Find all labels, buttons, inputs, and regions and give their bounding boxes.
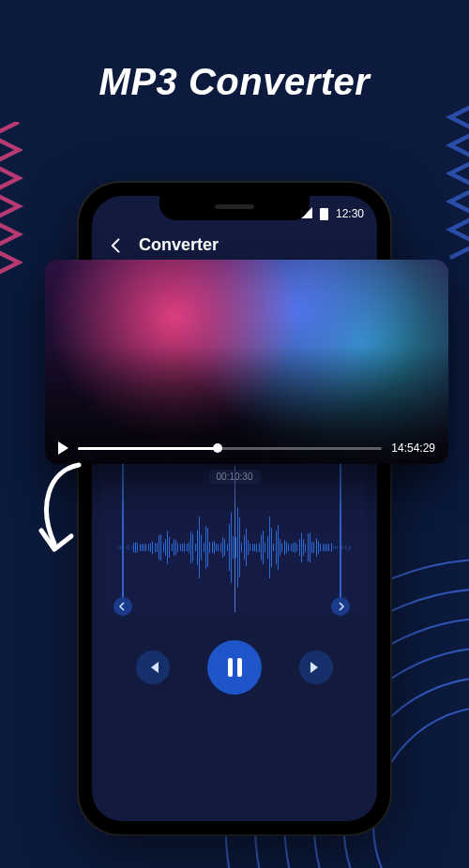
trim-handle-left[interactable]	[122, 464, 124, 614]
video-controls: 14:54:29	[58, 441, 435, 455]
back-arrow-icon[interactable]	[107, 236, 126, 255]
waveform[interactable]: 00:10:30	[103, 464, 366, 614]
app-header: Converter	[92, 222, 377, 262]
next-button[interactable]	[299, 651, 333, 684]
bg-zigzag-right	[422, 103, 469, 272]
chevron-left-icon[interactable]	[113, 597, 132, 616]
video-progress	[78, 447, 218, 450]
bg-zigzag-left	[0, 122, 47, 291]
pause-icon	[228, 658, 242, 677]
battery-icon	[320, 208, 328, 220]
phone-notch	[159, 196, 310, 220]
play-pause-button[interactable]	[207, 640, 262, 695]
arrow-annotation-icon	[32, 459, 98, 562]
audio-editor: 00:00 00:10 00:20 00:30 00:10:30	[92, 431, 377, 702]
chevron-right-icon[interactable]	[331, 597, 350, 616]
video-duration: 14:54:29	[391, 441, 435, 455]
header-title: Converter	[139, 235, 219, 255]
video-seekbar[interactable]	[78, 447, 382, 450]
status-time: 12:30	[336, 207, 364, 220]
video-preview-card: 14:54:29	[45, 260, 448, 464]
player-controls	[98, 618, 371, 702]
previous-button[interactable]	[136, 651, 170, 684]
page-title: MP3 Converter	[0, 61, 469, 103]
trim-handle-right[interactable]	[340, 464, 341, 614]
waveform-bars	[118, 492, 351, 603]
play-icon[interactable]	[58, 441, 68, 455]
seek-thumb[interactable]	[213, 443, 222, 453]
